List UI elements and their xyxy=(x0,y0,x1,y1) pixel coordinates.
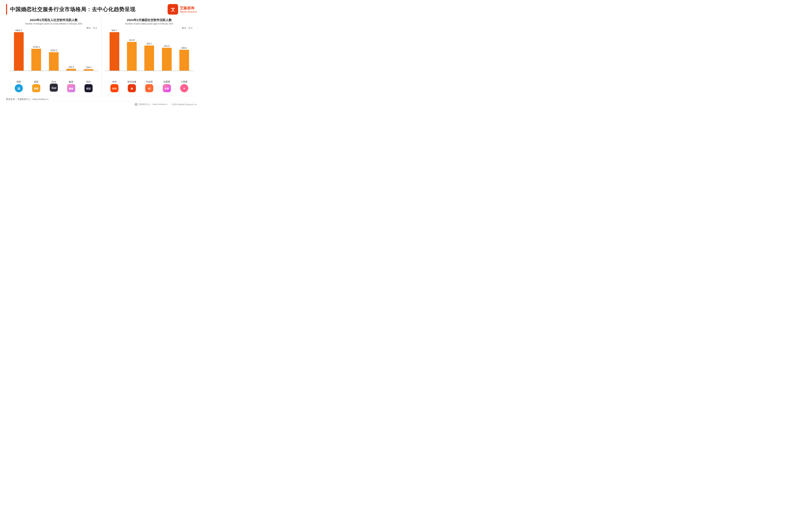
data-source-text: 数据来源：艾媒数据中心（data.iimedia.cn） xyxy=(6,98,50,100)
bar-item: 554.7 xyxy=(106,29,123,71)
copyright-text: ©2024 iiMedia Research Inc xyxy=(172,103,197,105)
bar-item: 6600.1 xyxy=(10,29,28,71)
bar-item: 228.4 xyxy=(80,66,97,71)
bar-item: 363.7 xyxy=(141,42,158,71)
bar-fill xyxy=(66,69,76,71)
page-title: 中国婚恋社交服务行业市场格局：去中心化趋势呈现 xyxy=(10,6,135,13)
chart-right-title-en: Number of active dating social apps in F… xyxy=(105,23,194,25)
unit-label-right: 单位：万人 xyxy=(182,27,193,30)
bar-fill xyxy=(144,45,154,71)
bar-fill xyxy=(127,42,137,71)
svg-text:探探: 探探 xyxy=(34,87,39,90)
app-icon-jimi: 积目 xyxy=(85,84,92,92)
bar-value: 363.7 xyxy=(146,42,152,45)
svg-text:积目: 积目 xyxy=(86,87,91,90)
bar-value: 3740.2 xyxy=(33,46,40,48)
app-icon-hertz: 赫兹 xyxy=(67,84,75,92)
app-labels-left: 陌陌 陌 探探 探探 Soul Soul 赫兹 赫兹 积目 积目 xyxy=(9,80,99,92)
bar-item: 300.6 xyxy=(175,47,193,71)
logo-chinese: 艾媒咨询 xyxy=(180,6,194,11)
footer-bottom: 艾媒报告中心：report.iimedia.cn ©2024 iiMedia R… xyxy=(6,102,197,106)
bar-item: 414.9 xyxy=(123,39,141,71)
app-icon-yuehui: 约 xyxy=(145,84,153,92)
bar-fill xyxy=(31,49,41,71)
chart-right-title-cn: 2024年2月婚恋社交软件活跃人数 xyxy=(105,18,194,22)
app-icon-zhenai: 珍爱 xyxy=(163,84,171,92)
bar-value: 316.3 xyxy=(68,66,74,68)
bar-fill xyxy=(162,48,172,71)
globe-icon xyxy=(135,103,137,106)
bar-fill xyxy=(84,69,93,71)
app-name-label: 赫兹 xyxy=(69,80,73,83)
app-icon-momo: 陌 xyxy=(15,84,23,92)
svg-text:陌: 陌 xyxy=(18,87,20,90)
bars-left: 6600.13740.23159.3316.3228.4 xyxy=(9,27,99,71)
logo-english: iiMedia Research xyxy=(180,11,197,13)
app-icon-xiaoenaai: ♥ xyxy=(180,84,188,92)
app-item: 陌陌 陌 xyxy=(10,80,28,92)
bar-item: 3159.3 xyxy=(45,49,62,71)
report-center: 艾媒报告中心：report.iimedia.cn xyxy=(135,103,168,106)
page-header: 中国婚恋社交服务行业市场格局：去中心化趋势呈现 艾 艾媒咨询 iiMedia R… xyxy=(6,4,197,15)
bar-value: 414.9 xyxy=(129,39,135,41)
app-item: 探探 探探 xyxy=(28,80,45,92)
bar-value: 3159.3 xyxy=(50,49,57,52)
bar-value: 228.4 xyxy=(86,66,91,69)
logo-icon: 艾 xyxy=(168,4,178,15)
bars-right: 554.7414.9363.7331.5300.6 xyxy=(105,27,194,71)
bar-item: 331.5 xyxy=(158,45,175,71)
svg-text:伊对: 伊对 xyxy=(112,87,117,90)
app-item: 约会吧 约 xyxy=(141,80,158,92)
app-name-label: 珍爱网 xyxy=(163,80,170,83)
logo-area: 艾 艾媒咨询 iiMedia Research xyxy=(168,4,197,15)
svg-text:赫兹: 赫兹 xyxy=(69,87,73,90)
svg-text:珍爱: 珍爱 xyxy=(164,87,169,90)
bar-value: 554.7 xyxy=(112,29,117,31)
svg-text:约: 约 xyxy=(148,87,150,90)
app-icon-yidui: 伊对 xyxy=(111,84,118,92)
app-name-label: 世纪佳缘 xyxy=(127,80,136,83)
chart-left: 2024年2月陌生人社交软件活跃人数 Number of strangers a… xyxy=(6,18,102,92)
chart-left-title-en: Number of strangers active on social sof… xyxy=(9,23,99,25)
bar-value: 6600.1 xyxy=(15,29,22,31)
app-item: 赫兹 赫兹 xyxy=(62,80,80,92)
bar-fill xyxy=(14,32,24,71)
app-name-label: 积目 xyxy=(86,80,91,83)
app-item: 珍爱网 珍爱 xyxy=(158,80,175,92)
svg-text:Soul: Soul xyxy=(52,87,56,89)
bar-fill xyxy=(49,52,59,71)
app-labels-right: 伊对 伊对 世纪佳缘 缘 约会吧 约 珍爱网 珍爱 小恩爱 ♥ xyxy=(105,80,194,92)
app-item: 伊对 伊对 xyxy=(106,80,123,92)
app-item: 世纪佳缘 缘 xyxy=(123,80,141,92)
chart-right: 2024年2月婚恋社交软件活跃人数 Number of active datin… xyxy=(102,18,197,92)
app-item: 积目 积目 xyxy=(80,80,97,92)
bar-fill xyxy=(110,32,119,71)
app-name-label: 小恩爱 xyxy=(181,80,187,83)
charts-container: 2024年2月陌生人社交软件活跃人数 Number of strangers a… xyxy=(6,18,197,92)
report-url: 艾媒报告中心：report.iimedia.cn xyxy=(138,103,168,106)
bar-item: 3740.2 xyxy=(28,46,45,71)
app-icon-tantan: 探探 xyxy=(32,84,40,92)
bar-value: 300.6 xyxy=(182,47,187,49)
app-item: 小恩爱 ♥ xyxy=(175,80,193,92)
bar-value: 331.5 xyxy=(164,45,170,47)
bar-fill xyxy=(179,50,189,71)
bar-item: 316.3 xyxy=(62,66,80,71)
footer-source: 数据来源：艾媒数据中心（data.iimedia.cn） xyxy=(6,96,197,101)
bar-chart-left: 单位：万人 6600.13740.23159.3316.3228.4 xyxy=(9,27,99,79)
unit-label-left: 单位：万人 xyxy=(86,27,98,30)
app-name-label: 伊对 xyxy=(112,80,117,83)
app-name-label: 陌陌 xyxy=(17,80,21,83)
app-name-label: 约会吧 xyxy=(146,80,153,83)
svg-text:艾: 艾 xyxy=(171,8,175,12)
app-item: Soul Soul xyxy=(45,80,62,92)
app-icon-shijia: 缘 xyxy=(128,84,136,92)
logo-text: 艾媒咨询 iiMedia Research xyxy=(180,6,197,13)
svg-text:♥: ♥ xyxy=(184,87,185,90)
bar-chart-right: 单位：万人 554.7414.9363.7331.5300.6 xyxy=(105,27,194,79)
app-name-label: Soul xyxy=(52,80,56,83)
chart-left-title-cn: 2024年2月陌生人社交软件活跃人数 xyxy=(9,18,99,22)
app-icon-soul: Soul xyxy=(50,84,58,92)
svg-text:缘: 缘 xyxy=(131,87,133,90)
app-name-label: 探探 xyxy=(34,80,39,83)
